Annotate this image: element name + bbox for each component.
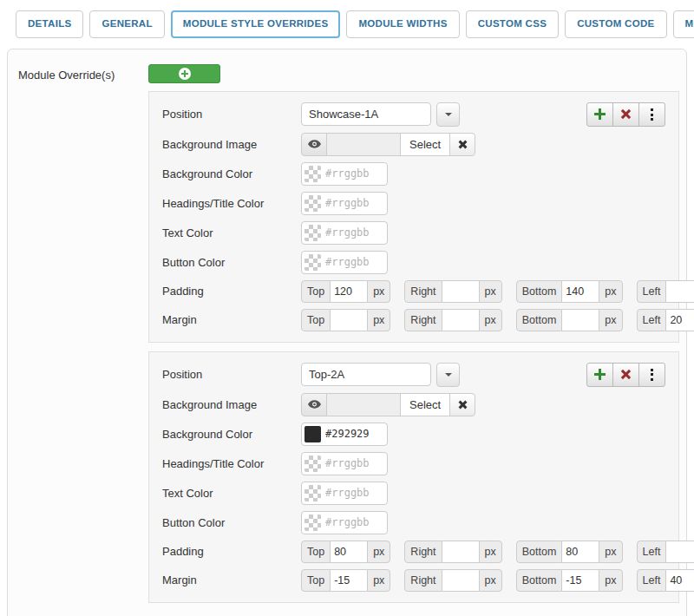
margin-left-group: Left px [637, 569, 694, 592]
margin-top-input[interactable] [331, 569, 367, 592]
tab-general[interactable]: GENERAL [89, 10, 164, 38]
margin-bottom-group: Bottom px [516, 309, 623, 331]
right-addon: Right [404, 280, 442, 303]
chevron-down-icon [445, 113, 452, 116]
clear-x-icon [455, 397, 469, 411]
text-color-field[interactable] [301, 482, 388, 505]
button-color-field[interactable] [301, 251, 388, 274]
margin-left-input[interactable] [666, 309, 694, 331]
select-image-button[interactable]: Select [400, 393, 450, 416]
button-color-field[interactable] [301, 511, 388, 534]
position-input[interactable] [301, 102, 431, 126]
color-swatch [304, 254, 321, 271]
top-addon: Top [301, 541, 331, 563]
margin-left-input[interactable] [666, 569, 694, 592]
headings-color-label: Headings/Title Color [162, 457, 301, 470]
padding-top-input[interactable] [331, 541, 367, 563]
override-2-add-button[interactable] [586, 363, 613, 387]
left-addon: Left [637, 541, 667, 563]
override-1-menu-button[interactable] [638, 102, 665, 127]
tab-module-style-overrides[interactable]: MODULE STYLE OVERRIDES [171, 10, 341, 38]
add-override-button[interactable] [148, 64, 220, 83]
text-color-label: Text Color [162, 487, 301, 500]
background-color-field[interactable] [301, 423, 388, 446]
clear-image-button[interactable] [449, 393, 475, 416]
padding-bottom-input[interactable] [562, 541, 599, 563]
padding-right-input[interactable] [442, 280, 479, 303]
background-image-field[interactable] [326, 133, 401, 156]
px-addon: px [367, 541, 390, 563]
clear-image-button[interactable] [449, 133, 475, 156]
override-2-menu-button[interactable] [638, 363, 665, 387]
padding-label: Padding [162, 545, 301, 558]
tab-custom-css[interactable]: CUSTOM CSS [466, 10, 559, 38]
background-color-label: Background Color [162, 428, 301, 441]
position-label: Position [162, 368, 301, 381]
padding-bottom-group: Bottom px [516, 280, 623, 303]
headings-color-field[interactable] [301, 192, 388, 215]
padding-left-input[interactable] [666, 541, 694, 563]
margin-right-group: Right px [404, 569, 501, 592]
margin-bottom-group: Bottom px [516, 569, 623, 592]
color-swatch [304, 225, 321, 241]
headings-color-field[interactable] [301, 452, 388, 475]
right-addon: Right [404, 541, 442, 563]
x-icon [618, 366, 633, 382]
kebab-dots-icon [651, 369, 653, 381]
color-swatch [304, 514, 321, 531]
padding-right-input[interactable] [442, 541, 479, 563]
override-1-add-button[interactable] [586, 102, 613, 127]
position-label: Position [162, 108, 301, 121]
left-addon: Left [637, 309, 667, 331]
override-2-actions [586, 363, 665, 387]
margin-right-input[interactable] [442, 569, 479, 592]
margin-right-input[interactable] [442, 309, 479, 331]
margin-label: Margin [162, 313, 301, 326]
button-color-label: Button Color [162, 516, 301, 529]
position-dropdown-toggle[interactable] [436, 363, 460, 387]
position-input[interactable] [301, 363, 431, 386]
tab-details[interactable]: DETAILS [16, 10, 83, 38]
preview-eye-button[interactable] [301, 393, 327, 416]
module-style-overrides-panel: Module Override(s) Position [7, 49, 687, 616]
plus-icon [594, 108, 606, 120]
margin-bottom-input[interactable] [562, 309, 599, 331]
chevron-down-icon [445, 373, 452, 377]
button-color-input[interactable] [321, 256, 382, 268]
eye-icon [308, 140, 321, 148]
text-color-input[interactable] [321, 226, 382, 239]
padding-left-input[interactable] [666, 280, 694, 303]
tab-module-widths[interactable]: MODULE WIDTHS [346, 10, 459, 38]
background-image-group: Select [301, 133, 475, 156]
select-image-button[interactable]: Select [400, 133, 450, 156]
headings-color-input[interactable] [321, 457, 382, 469]
margin-bottom-input[interactable] [562, 569, 599, 592]
background-color-input[interactable] [321, 428, 382, 440]
background-color-input[interactable] [321, 167, 382, 180]
headings-color-input[interactable] [321, 197, 382, 209]
override-1-remove-button[interactable] [612, 102, 639, 127]
override-2-remove-button[interactable] [612, 363, 639, 387]
button-color-input[interactable] [321, 516, 382, 528]
position-dropdown-toggle[interactable] [436, 102, 460, 127]
module-overrides-controls: Position Background Image [148, 64, 679, 612]
padding-bottom-input[interactable] [562, 280, 599, 303]
background-color-field[interactable] [301, 162, 388, 186]
left-addon: Left [637, 569, 667, 592]
text-color-input[interactable] [321, 487, 382, 499]
color-swatch [304, 426, 321, 442]
px-addon: px [599, 309, 622, 331]
text-color-field[interactable] [301, 221, 388, 245]
color-swatch [304, 485, 321, 501]
padding-right-group: Right px [404, 280, 501, 303]
margin-top-input[interactable] [331, 309, 367, 331]
px-addon: px [367, 569, 390, 592]
padding-label: Padding [162, 285, 301, 298]
tab-custom-code[interactable]: CUSTOM CODE [565, 10, 666, 38]
x-icon [618, 106, 633, 121]
background-image-field[interactable] [326, 393, 401, 416]
tab-menu-assignment[interactable]: MENU ASSIGNMENT [673, 10, 694, 38]
preview-eye-button[interactable] [301, 133, 327, 156]
padding-top-input[interactable] [331, 280, 367, 303]
top-addon: Top [301, 280, 331, 303]
